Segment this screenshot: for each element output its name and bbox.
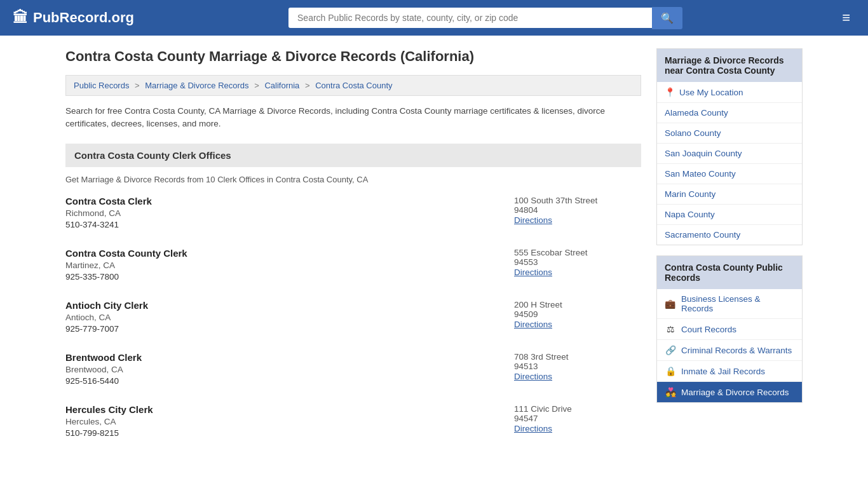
nearby-county-item[interactable]: Alameda County bbox=[657, 103, 802, 123]
office-entry: Brentwood Clerk Brentwood, CA 925-516-54… bbox=[65, 352, 641, 390]
office-phone: 510-374-3241 bbox=[65, 220, 489, 229]
search-bar: 🔍 bbox=[288, 7, 682, 29]
public-record-link[interactable]: Business Licenses & Records bbox=[681, 294, 794, 313]
record-type-icon: 🔗 bbox=[665, 345, 676, 355]
office-zip: 94509 bbox=[514, 309, 641, 319]
public-records-box: Contra Costa County Public Records 💼 Bus… bbox=[656, 255, 803, 403]
office-city: Brentwood, CA bbox=[65, 365, 489, 374]
office-city: Hercules, CA bbox=[65, 417, 489, 426]
office-city: Martinez, CA bbox=[65, 261, 489, 270]
nearby-county-link[interactable]: Alameda County bbox=[665, 108, 728, 118]
nearby-county-item[interactable]: Solano County bbox=[657, 123, 802, 144]
clerk-offices-subtext: Get Marriage & Divorce Records from 10 C… bbox=[65, 175, 641, 184]
record-type-icon: 💑 bbox=[665, 387, 676, 397]
office-zip: 94553 bbox=[514, 257, 641, 267]
nearby-section-header: Marriage & Divorce Records near Contra C… bbox=[657, 49, 802, 82]
directions-link[interactable]: Directions bbox=[514, 320, 552, 329]
office-name: Antioch City Clerk bbox=[65, 300, 489, 311]
public-record-link[interactable]: Marriage & Divorce Records bbox=[681, 388, 789, 397]
site-logo[interactable]: 🏛 PubRecord.org bbox=[13, 9, 134, 27]
use-location-item[interactable]: 📍 Use My Location bbox=[657, 82, 802, 103]
public-records-section-header: Contra Costa County Public Records bbox=[657, 256, 802, 289]
directions-link[interactable]: Directions bbox=[514, 372, 552, 381]
office-phone: 510-799-8215 bbox=[65, 428, 489, 438]
office-entry: Antioch City Clerk Antioch, CA 925-779-7… bbox=[65, 300, 641, 338]
office-zip: 94547 bbox=[514, 414, 641, 423]
office-name: Hercules City Clerk bbox=[65, 404, 489, 415]
search-button[interactable]: 🔍 bbox=[652, 7, 682, 29]
public-record-item[interactable]: ⚖ Court Records bbox=[657, 319, 802, 340]
use-location-label: Use My Location bbox=[679, 88, 743, 97]
nearby-county-link[interactable]: San Joaquin County bbox=[665, 149, 742, 158]
offices-list: Contra Costa Clerk Richmond, CA 510-374-… bbox=[65, 196, 641, 442]
logo-text: PubRecord.org bbox=[33, 10, 134, 26]
nearby-county-link[interactable]: San Mateo County bbox=[665, 169, 736, 179]
public-record-link[interactable]: Inmate & Jail Records bbox=[681, 367, 765, 376]
header: 🏛 PubRecord.org 🔍 ≡ bbox=[0, 0, 868, 36]
breadcrumb-marriage-divorce[interactable]: Marriage & Divorce Records bbox=[145, 81, 248, 90]
nearby-county-item[interactable]: San Joaquin County bbox=[657, 144, 802, 164]
nearby-county-link[interactable]: Marin County bbox=[665, 189, 715, 199]
nearby-counties-list: 📍 Use My Location Alameda CountySolano C… bbox=[657, 82, 802, 245]
search-input[interactable] bbox=[288, 8, 652, 28]
office-city: Richmond, CA bbox=[65, 208, 489, 218]
sidebar: Marriage & Divorce Records near Contra C… bbox=[656, 48, 803, 456]
directions-link[interactable]: Directions bbox=[514, 215, 552, 225]
record-type-icon: 💼 bbox=[665, 299, 676, 309]
location-pin-icon: 📍 bbox=[665, 87, 675, 97]
public-record-link[interactable]: Criminal Records & Warrants bbox=[681, 346, 792, 355]
office-entry: Hercules City Clerk Hercules, CA 510-799… bbox=[65, 404, 641, 442]
breadcrumb-sep-3: > bbox=[305, 81, 312, 90]
office-entry: Contra Costa County Clerk Martinez, CA 9… bbox=[65, 248, 641, 286]
content-area: Contra Costa County Marriage & Divorce R… bbox=[65, 48, 641, 456]
public-record-item[interactable]: 🔒 Inmate & Jail Records bbox=[657, 361, 802, 382]
office-phone: 925-516-5440 bbox=[65, 376, 489, 386]
page-title: Contra Costa County Marriage & Divorce R… bbox=[65, 48, 641, 65]
logo-icon: 🏛 bbox=[13, 9, 28, 27]
breadcrumb-sep-2: > bbox=[254, 81, 261, 90]
public-record-item[interactable]: 🔗 Criminal Records & Warrants bbox=[657, 340, 802, 361]
nearby-counties-box: Marriage & Divorce Records near Contra C… bbox=[656, 48, 803, 245]
public-record-item[interactable]: 💼 Business Licenses & Records bbox=[657, 289, 802, 319]
breadcrumb-county[interactable]: Contra Costa County bbox=[315, 81, 392, 90]
nearby-county-item[interactable]: Marin County bbox=[657, 184, 802, 205]
office-address: 100 South 37th Street bbox=[514, 196, 641, 205]
office-address: 555 Escobar Street bbox=[514, 248, 641, 257]
nearby-county-item[interactable]: Sacramento County bbox=[657, 225, 802, 245]
nearby-county-link[interactable]: Napa County bbox=[665, 210, 715, 219]
record-type-icon: 🔒 bbox=[665, 366, 676, 376]
breadcrumb-public-records[interactable]: Public Records bbox=[74, 81, 129, 90]
office-address: 708 3rd Street bbox=[514, 352, 641, 362]
directions-link[interactable]: Directions bbox=[514, 424, 552, 433]
public-records-list: 💼 Business Licenses & Records ⚖ Court Re… bbox=[657, 289, 802, 402]
office-name: Contra Costa County Clerk bbox=[65, 248, 489, 259]
breadcrumb: Public Records > Marriage & Divorce Reco… bbox=[65, 75, 641, 96]
office-city: Antioch, CA bbox=[65, 313, 489, 322]
office-address: 200 H Street bbox=[514, 300, 641, 309]
office-phone: 925-779-7007 bbox=[65, 324, 489, 334]
office-entry: Contra Costa Clerk Richmond, CA 510-374-… bbox=[65, 196, 641, 234]
office-phone: 925-335-7800 bbox=[65, 272, 489, 281]
breadcrumb-sep-1: > bbox=[135, 81, 142, 90]
public-record-link[interactable]: Court Records bbox=[681, 325, 736, 334]
menu-button[interactable]: ≡ bbox=[837, 7, 855, 29]
nearby-county-item[interactable]: San Mateo County bbox=[657, 164, 802, 184]
record-type-icon: ⚖ bbox=[665, 324, 676, 334]
directions-link[interactable]: Directions bbox=[514, 268, 552, 277]
nearby-county-item[interactable]: Napa County bbox=[657, 205, 802, 225]
public-record-item[interactable]: 💑 Marriage & Divorce Records bbox=[657, 382, 802, 402]
nearby-county-link[interactable]: Sacramento County bbox=[665, 230, 740, 240]
page-description: Search for free Contra Costa County, CA … bbox=[65, 105, 641, 131]
nearby-county-link[interactable]: Solano County bbox=[665, 128, 721, 138]
office-zip: 94513 bbox=[514, 362, 641, 371]
breadcrumb-california[interactable]: California bbox=[264, 81, 299, 90]
office-address: 111 Civic Drive bbox=[514, 404, 641, 414]
clerk-offices-section-header: Contra Costa County Clerk Offices bbox=[65, 144, 641, 167]
office-name: Contra Costa Clerk bbox=[65, 196, 489, 207]
main-container: Contra Costa County Marriage & Divorce R… bbox=[53, 36, 815, 469]
office-name: Brentwood Clerk bbox=[65, 352, 489, 363]
office-zip: 94804 bbox=[514, 205, 641, 215]
